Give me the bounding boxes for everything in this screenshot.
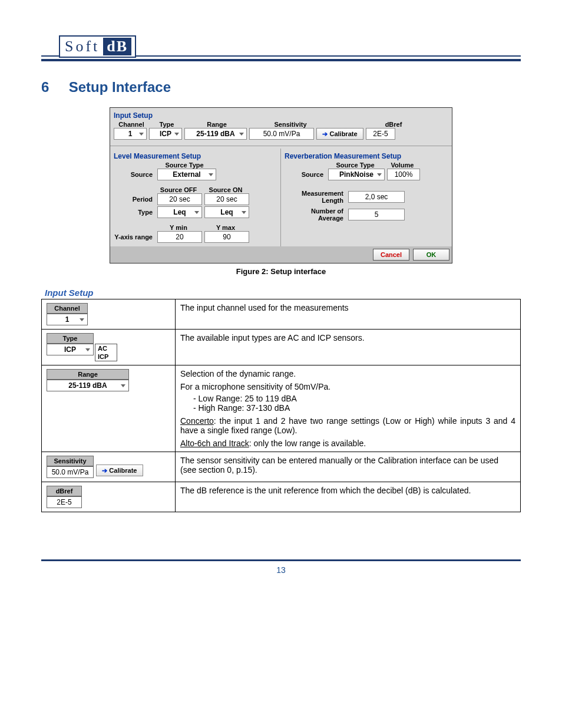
table-row: Type ICP AC ICP The available input type… [42,330,521,365]
table-row: Sensitivity 50.0 mV/Pa ➔Calibrate The se… [42,452,521,482]
input-setup-title: Input Setup [114,111,448,120]
section-title: Setup Interface [69,79,171,95]
type-option[interactable]: ICP [95,353,117,361]
type-options-list: AC ICP [95,344,117,361]
mini-hdr-type: Type [47,333,94,344]
type-option[interactable]: AC [95,344,117,353]
hdr-sensitivity: Sensitivity [249,121,332,128]
numavg-input[interactable]: 5 [348,209,405,220]
dbref-input[interactable]: 2E-5 [366,128,395,140]
section-heading: 6 Setup Interface [41,79,521,95]
mini-calibrate-button[interactable]: ➔Calibrate [96,465,143,476]
measlen-label: Measurement Length [285,190,346,204]
mini-sensitivity-input[interactable]: 50.0 mV/Pa [47,466,94,478]
reverb-source-label: Source [285,171,326,178]
reverb-source-select[interactable]: PinkNoise [328,169,385,180]
mini-channel-select[interactable]: 1 [47,314,88,325]
type-on-select[interactable]: Leq [204,206,249,218]
desc-dbref: The dB reference is the unit reference f… [176,482,521,512]
table-row: Channel 1 The input channel used for the… [42,299,521,330]
hdr-range: Range [184,121,249,128]
page-footer: 13 [41,559,521,575]
figure-caption: Figure 2: Setup interface [41,267,521,276]
mini-type-select[interactable]: ICP [47,344,94,355]
mini-range-select[interactable]: 25-119 dBA [47,380,129,391]
ymax-hdr: Y max [202,224,249,231]
setup-window: Input Setup Channel Type Range Sensitivi… [110,107,452,263]
type-label: Type [114,209,155,216]
source-off-hdr: Source OFF [155,186,202,193]
arrow-right-icon: ➔ [102,467,107,475]
cancel-button[interactable]: Cancel [373,249,409,261]
measlen-input[interactable]: 2,0 sec [348,191,405,203]
ok-button[interactable]: OK [413,249,449,261]
logo-soft: Soft [65,38,100,55]
ymin-input[interactable]: 20 [157,231,202,243]
mini-hdr-dbref: dBref [47,486,82,496]
reverb-volume-input[interactable]: 100% [387,169,420,180]
table-row: dBref 2E-5 The dB reference is the unit … [42,482,521,512]
mini-dbref-input[interactable]: 2E-5 [47,496,82,508]
desc-sensitivity: The sensor sensitivity can be entered ma… [176,452,521,482]
yaxis-label: Y-axis range [114,233,155,241]
section-number: 6 [41,79,65,95]
type-select[interactable]: ICP [149,128,182,140]
period-label: Period [114,196,155,203]
input-setup-table: Channel 1 The input channel used for the… [41,299,521,512]
sensitivity-input[interactable]: 50.0 mV/Pa [249,128,314,140]
mini-hdr-sensitivity: Sensitivity [47,456,94,466]
ymin-hdr: Y min [155,224,202,231]
arrow-right-icon: ➔ [322,130,328,138]
reverb-volume-hdr: Volume [385,162,420,169]
hdr-type: Type [149,121,184,128]
reverb-title: Reverberation Measurement Setup [285,152,448,160]
hdr-channel: Channel [114,121,149,128]
ymax-input[interactable]: 90 [204,231,249,243]
level-source-select[interactable]: External [157,169,216,180]
level-title: Level Measurement Setup [114,152,277,160]
hdr-dbref: dBref [379,121,408,128]
source-on-hdr: Source ON [202,186,249,193]
range-select[interactable]: 25-119 dBA [184,128,247,140]
period-on-input[interactable]: 20 sec [204,193,249,205]
mini-hdr-range: Range [47,369,129,380]
reverb-sourcetype-hdr: Source Type [326,162,385,169]
numavg-label: Number of Average [285,207,346,222]
input-setup-subheading: Input Setup [45,288,521,298]
desc-channel: The input channel used for the measureme… [176,299,521,330]
level-sourcetype-hdr: Source Type [155,162,214,169]
calibrate-button[interactable]: ➔Calibrate [316,128,363,140]
table-row: Range 25-119 dBA Selection of the dynami… [42,365,521,452]
logo-db: dB [103,38,131,55]
mini-hdr-channel: Channel [47,303,88,314]
desc-range: Selection of the dynamic range. For a mi… [176,365,521,452]
logo: Soft dB [59,35,136,58]
desc-type: The available input types are AC and ICP… [176,330,521,365]
level-source-label: Source [114,171,155,178]
type-off-select[interactable]: Leq [157,206,202,218]
period-off-input[interactable]: 20 sec [157,193,202,205]
page-number: 13 [276,565,286,575]
page-header: Soft dB [41,35,521,61]
channel-select[interactable]: 1 [114,128,147,140]
